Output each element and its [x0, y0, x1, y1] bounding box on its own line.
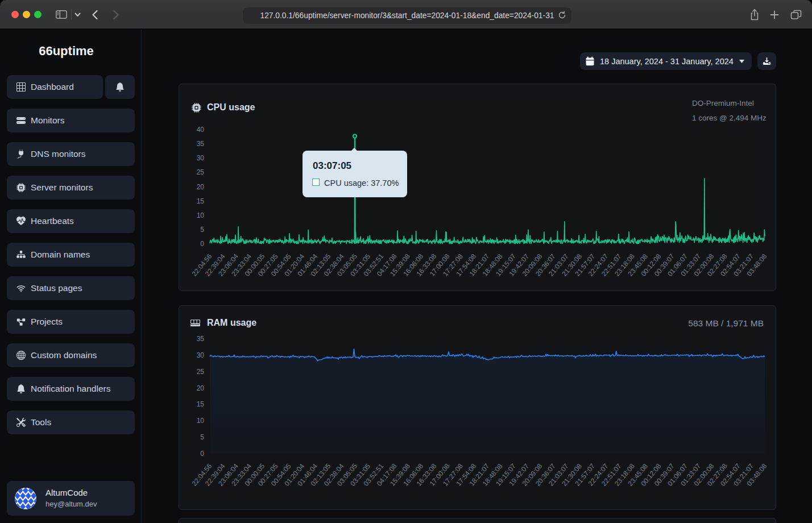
svg-text:15: 15: [197, 197, 205, 205]
svg-text:25: 25: [197, 368, 205, 376]
svg-text:25: 25: [197, 168, 205, 176]
svg-text:30: 30: [197, 351, 205, 359]
svg-text:10: 10: [197, 417, 205, 425]
svg-text:20: 20: [197, 384, 205, 392]
svg-text:40: 40: [197, 126, 205, 134]
svg-text:0: 0: [200, 240, 204, 248]
svg-text:5: 5: [200, 433, 204, 441]
svg-text:30: 30: [197, 154, 205, 162]
svg-text:0: 0: [200, 450, 204, 458]
svg-text:35: 35: [197, 140, 205, 148]
svg-text:20: 20: [197, 183, 205, 191]
svg-text:15: 15: [197, 400, 205, 408]
svg-text:35: 35: [197, 335, 205, 343]
svg-text:10: 10: [197, 211, 205, 219]
svg-text:5: 5: [200, 226, 204, 234]
